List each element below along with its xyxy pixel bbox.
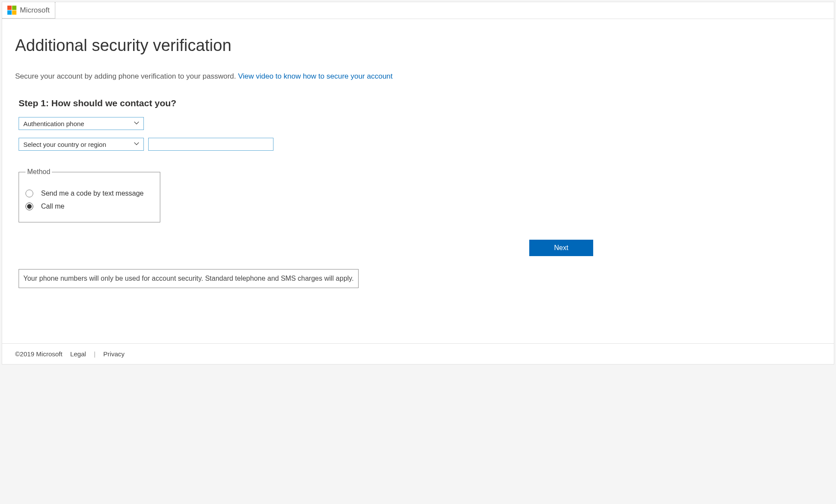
phone-number-input[interactable] <box>148 138 273 151</box>
footer-copyright: ©2019 Microsoft <box>15 350 62 358</box>
country-selected-label: Select your country or region <box>23 141 106 148</box>
button-row: Next <box>19 240 593 256</box>
view-video-link[interactable]: View video to know how to secure your ac… <box>238 72 393 80</box>
method-fieldset: Method Send me a code by text message Ca… <box>19 168 160 222</box>
method-option-text-row: Send me a code by text message <box>25 190 153 197</box>
country-select[interactable]: Select your country or region <box>19 138 144 151</box>
footer-separator: | <box>94 350 95 358</box>
method-radio-text[interactable] <box>25 190 33 197</box>
page-title: Additional security verification <box>15 36 594 55</box>
method-radio-call[interactable] <box>25 203 33 210</box>
footer: ©2019 Microsoft Legal | Privacy <box>2 343 834 364</box>
method-legend: Method <box>25 168 52 176</box>
next-button[interactable]: Next <box>529 240 593 256</box>
contact-method-selected-label: Authentication phone <box>23 120 84 127</box>
footer-legal-link[interactable]: Legal <box>70 350 86 358</box>
method-label-call[interactable]: Call me <box>41 203 64 210</box>
page-subtitle: Secure your account by adding phone veri… <box>15 72 594 81</box>
method-option-call-row: Call me <box>25 203 153 210</box>
header-logo-area: Microsoft <box>2 2 55 19</box>
page-wrapper: Microsoft Additional security verificati… <box>2 2 834 365</box>
footer-privacy-link[interactable]: Privacy <box>103 350 124 358</box>
step-section: Step 1: How should we contact you? Authe… <box>19 98 594 288</box>
method-label-text[interactable]: Send me a code by text message <box>41 190 143 197</box>
phone-row: Select your country or region <box>19 138 594 151</box>
contact-method-select-wrapper: Authentication phone <box>19 117 144 130</box>
contact-method-select[interactable]: Authentication phone <box>19 117 144 130</box>
brand-text: Microsoft <box>20 6 50 15</box>
main-content: Additional security verification Secure … <box>2 19 607 297</box>
notice-box: Your phone numbers will only be used for… <box>19 269 359 288</box>
country-select-wrapper: Select your country or region <box>19 138 144 151</box>
step-title: Step 1: How should we contact you? <box>19 98 594 108</box>
subtitle-text: Secure your account by adding phone veri… <box>15 72 238 80</box>
microsoft-logo-icon <box>7 6 16 15</box>
